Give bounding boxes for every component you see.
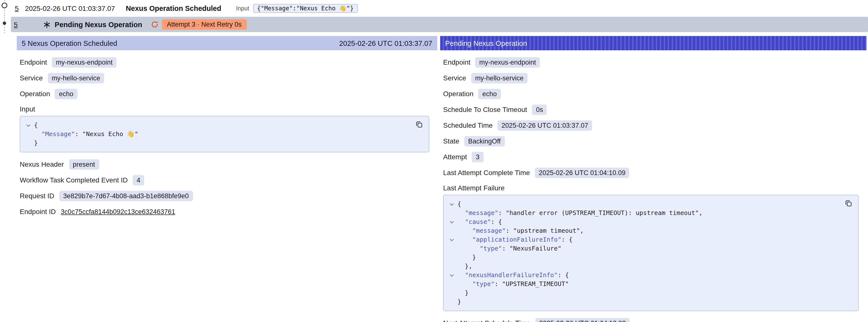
json-text: }	[458, 254, 476, 261]
right-panel-content: Endpointmy-nexus-endpointServicemy-hello…	[440, 50, 867, 322]
field-value-badge: 3e829b7e-7d67-4b08-aad3-b1e868bfe9e0	[59, 191, 193, 201]
event-id-link[interactable]: 5	[15, 4, 19, 12]
attempt-retry-badge: Attempt 3 · Next Retry 0s	[162, 19, 247, 30]
input-label: Input	[236, 5, 249, 12]
input-chip: {"Message":"Nexus Echo 👋"}	[253, 4, 358, 13]
collapse-chevron-icon[interactable]	[445, 218, 458, 226]
code-text: "message": "handler error (UPSTREAM_TIME…	[458, 208, 703, 218]
code-gutter	[445, 244, 458, 253]
copy-icon[interactable]	[844, 199, 853, 207]
field-value-badge: 2025-02-26 UTC 01:04:10.09	[535, 167, 629, 178]
field-label: Workflow Task Completed Event ID	[20, 176, 128, 184]
field-value-link[interactable]: 3c0c75ccfa8144b092c13ce632463761	[61, 208, 175, 215]
right-panel-title: Pending Nexus Operation	[445, 39, 527, 47]
code-line: }	[22, 138, 407, 148]
json-text: : {	[561, 236, 572, 243]
json-text: "handler error (UPSTREAM_TIMEOUT): upstr…	[506, 209, 699, 217]
field-row: Servicemy-hello-service	[443, 72, 863, 84]
code-text: "type": "NexusFailure"	[458, 244, 561, 253]
field-label: Endpoint	[443, 58, 470, 66]
field-row: Request ID3e829b7e-7d67-4b08-aad3-b1e868…	[20, 190, 433, 202]
code-gutter	[445, 262, 458, 271]
code-text: "type": "UPSTREAM_TIMEOUT"	[458, 280, 569, 288]
field-row: Operationecho	[443, 88, 863, 100]
copy-icon[interactable]	[415, 120, 424, 129]
field-value-badge: 2025-02-26 UTC 01:04:13.93	[535, 318, 630, 322]
code-line: }	[445, 288, 836, 297]
json-text: },	[458, 262, 472, 270]
field-label: Schedule To Close Timeout	[443, 105, 527, 114]
retry-icon	[151, 21, 158, 28]
field-value-badge: present	[69, 159, 99, 169]
json-text: :	[75, 130, 83, 137]
pending-nexus-operation-row[interactable]: 5 Pending Nexus Operation Attempt 3 · Ne…	[11, 17, 868, 32]
json-key: "applicationFailureInfo"	[472, 236, 561, 243]
json-text: ,	[580, 227, 584, 234]
event-title: Nexus Operation Scheduled	[126, 4, 221, 12]
code-text: "cause": {	[458, 218, 502, 226]
code-line: "message": "handler error (UPSTREAM_TIME…	[445, 208, 836, 218]
code-line: {	[445, 200, 836, 208]
code-text: "Message": "Nexus Echo 👋"	[34, 130, 138, 138]
json-text: "upstream timeout"	[513, 227, 580, 234]
field-row: Scheduled Time2025-02-26 UTC 01:03:37.07	[443, 119, 863, 131]
json-text: }	[458, 298, 461, 305]
json-text: : {	[558, 271, 569, 279]
json-text: "NexusFailure"	[509, 245, 562, 252]
json-key: "cause"	[465, 218, 491, 225]
json-text	[458, 227, 472, 234]
event-detail-panels: 5 Nexus Operation Scheduled 2025-02-26 U…	[17, 36, 867, 322]
collapse-chevron-icon[interactable]	[445, 235, 458, 244]
field-value-badge: 3	[472, 152, 484, 162]
field-row: Nexus Headerpresent	[20, 158, 433, 170]
event-row-nexus-operation-scheduled[interactable]: 5 2025-02-26 UTC 01:03:37.07 Nexus Opera…	[11, 0, 868, 17]
field-value-badge: my-hello-service	[471, 73, 528, 83]
code-line: }	[445, 253, 836, 262]
code-gutter	[445, 288, 458, 297]
left-panel-timestamp: 2025-02-26 UTC 01:03:37.07	[339, 39, 432, 47]
json-key: "type"	[479, 245, 502, 252]
field-label: Service	[443, 74, 466, 82]
field-value-badge: 4	[133, 175, 144, 185]
field-label: Last Attempt Complete Time	[443, 169, 530, 176]
field-label: State	[443, 137, 459, 145]
event-summary-rows: 5 2025-02-26 UTC 01:03:37.07 Nexus Opera…	[11, 0, 868, 32]
field-row: Schedule To Close Timeout0s	[443, 103, 863, 116]
collapse-chevron-icon[interactable]	[445, 271, 458, 280]
left-panel-title: 5 Nexus Operation Scheduled	[22, 39, 117, 47]
code-line: }	[445, 297, 836, 306]
field-row: Operationecho	[20, 88, 433, 100]
collapse-chevron-icon[interactable]	[445, 200, 458, 208]
json-key: "nexusHandlerFailureInfo"	[465, 271, 558, 279]
json-text	[458, 271, 465, 279]
left-panel-header: 5 Nexus Operation Scheduled 2025-02-26 U…	[17, 36, 437, 50]
code-line: "type": "NexusFailure"	[445, 244, 836, 253]
field-row: Servicemy-hello-service	[20, 72, 433, 84]
field-label: Endpoint	[20, 58, 47, 66]
collapse-chevron-icon[interactable]	[22, 121, 34, 130]
field-value-badge: my-nexus-endpoint	[52, 57, 117, 67]
field-label: Operation	[443, 90, 473, 98]
json-text: :	[498, 209, 506, 217]
code-gutter	[445, 253, 458, 262]
code-text: {	[34, 121, 38, 130]
scheduled-event-panel: 5 Nexus Operation Scheduled 2025-02-26 U…	[17, 36, 437, 322]
json-text	[34, 130, 41, 137]
event-timestamp: 2025-02-26 UTC 01:03:37.07	[25, 4, 115, 12]
json-text: {	[34, 121, 38, 129]
code-text: {	[458, 200, 461, 208]
code-text: "nexusHandlerFailureInfo": {	[458, 271, 569, 280]
section-label: Last Attempt Failure	[443, 184, 863, 192]
json-key: "message"	[472, 227, 505, 234]
pending-event-id-link[interactable]: 5	[14, 21, 18, 28]
field-row: Workflow Task Completed Event ID4	[20, 174, 433, 186]
pending-title: Pending Nexus Operation	[55, 21, 142, 28]
code-gutter	[445, 208, 458, 218]
field-label: Attempt	[443, 153, 467, 161]
json-text: ,	[699, 209, 703, 217]
code-text: }	[458, 253, 476, 262]
field-row: Endpointmy-nexus-endpoint	[20, 56, 433, 68]
pending-operation-panel: Pending Nexus Operation Endpointmy-nexus…	[440, 36, 867, 322]
code-gutter	[445, 226, 458, 235]
field-row: StateBackingOff	[443, 135, 863, 147]
